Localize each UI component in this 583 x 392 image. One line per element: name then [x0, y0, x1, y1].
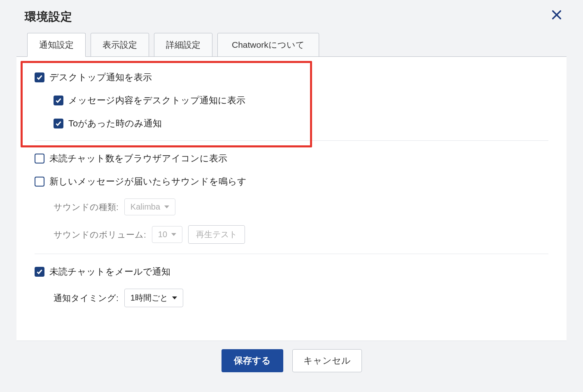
option-label: メッセージ内容をデスクトップ通知に表示: [68, 94, 245, 107]
checkbox-sound[interactable]: [35, 177, 44, 187]
option-label: 新しいメッセージが届いたらサウンドを鳴らす: [49, 175, 247, 188]
checkbox-desktop-notify-content[interactable]: [54, 96, 63, 105]
select-value: 1時間ごと: [131, 292, 168, 303]
chevron-down-icon: [171, 233, 176, 236]
option-sound: 新しいメッセージが届いたらサウンドを鳴らす: [35, 175, 548, 188]
checkbox-desktop-notify[interactable]: [35, 72, 44, 82]
sound-volume-row: サウンドのボリューム: 10 再生テスト: [54, 225, 548, 244]
sound-volume-select[interactable]: 10: [152, 226, 182, 243]
option-email-notify: 未読チャットをメールで通知: [35, 266, 548, 278]
close-icon[interactable]: [551, 9, 562, 21]
option-desktop-notify-content: メッセージ内容をデスクトップ通知に表示: [54, 94, 548, 107]
play-test-button[interactable]: 再生テスト: [188, 225, 245, 244]
option-unread-badge: 未読チャット数をブラウザアイコンに表示: [35, 152, 548, 165]
tab-notification[interactable]: 通知設定: [27, 33, 86, 57]
chevron-down-icon: [164, 205, 169, 208]
select-value: 10: [158, 230, 167, 239]
select-value: Kalimba: [131, 202, 160, 212]
sound-type-select[interactable]: Kalimba: [124, 198, 175, 215]
checkbox-email-notify[interactable]: [35, 267, 44, 277]
option-desktop-notify: デスクトップ通知を表示: [35, 71, 548, 84]
tab-about[interactable]: Chatworkについて: [217, 33, 319, 57]
sound-type-row: サウンドの種類: Kalimba: [54, 198, 548, 215]
separator: [35, 140, 548, 141]
option-desktop-notify-to-only: Toがあった時のみ通知: [54, 117, 548, 130]
email-timing-select[interactable]: 1時間ごと: [124, 289, 183, 307]
checkbox-desktop-notify-to-only[interactable]: [54, 119, 63, 128]
tab-bar: 通知設定 表示設定 詳細設定 Chatworkについて: [24, 33, 559, 57]
settings-dialog: 環境設定 通知設定 表示設定 詳細設定 Chatworkについて デスクトップ通…: [16, 0, 567, 383]
dialog-title: 環境設定: [25, 9, 559, 25]
panel-content: デスクトップ通知を表示 メッセージ内容をデスクトップ通知に表示 Toがあった時の…: [16, 57, 567, 321]
option-label: Toがあった時のみ通知: [68, 117, 162, 130]
option-label: 未読チャットをメールで通知: [49, 266, 170, 278]
dialog-footer: 保存する キャンセル: [16, 341, 567, 383]
save-button[interactable]: 保存する: [222, 349, 283, 372]
dialog-header: 環境設定 通知設定 表示設定 詳細設定 Chatworkについて: [16, 0, 567, 57]
tab-display[interactable]: 表示設定: [91, 33, 149, 57]
option-label: 未読チャット数をブラウザアイコンに表示: [49, 152, 227, 165]
sound-type-label: サウンドの種類:: [54, 201, 119, 213]
separator: [35, 254, 548, 254]
sound-volume-label: サウンドのボリューム:: [54, 229, 146, 240]
chevron-down-icon: [172, 296, 177, 299]
checkbox-unread-badge[interactable]: [35, 154, 44, 163]
email-timing-label: 通知タイミング:: [54, 292, 119, 304]
cancel-button[interactable]: キャンセル: [292, 349, 362, 372]
tab-advanced[interactable]: 詳細設定: [154, 33, 212, 57]
email-timing-row: 通知タイミング: 1時間ごと: [54, 289, 548, 307]
tab-panel: デスクトップ通知を表示 メッセージ内容をデスクトップ通知に表示 Toがあった時の…: [16, 56, 567, 341]
option-label: デスクトップ通知を表示: [49, 71, 152, 84]
